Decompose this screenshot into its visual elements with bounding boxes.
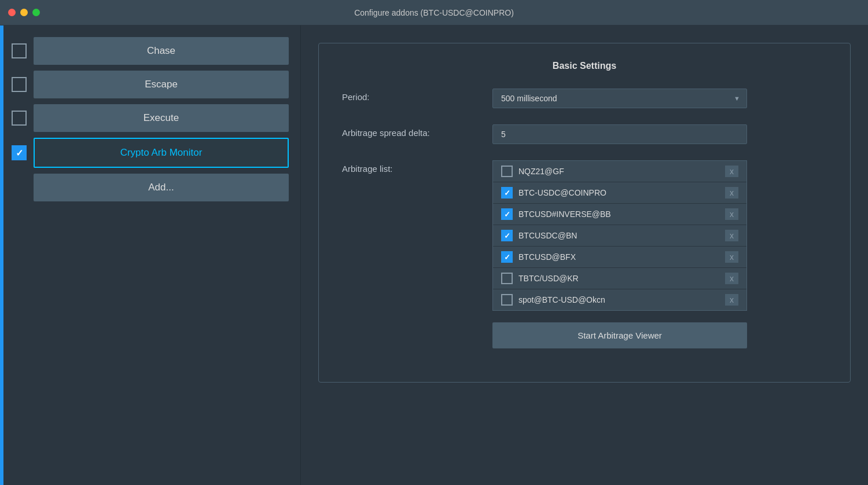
sidebar-item-execute: Execute	[12, 104, 289, 132]
crypto-arb-monitor-checkbox[interactable]	[12, 145, 27, 160]
list-item: BTCUSD@BFX x	[493, 247, 746, 268]
sidebar-item-add: Add...	[12, 174, 289, 201]
arb-spot-okcn-remove[interactable]: x	[725, 294, 738, 306]
arb-tbtc-kr-name: TBTC/USD@KR	[518, 274, 719, 283]
sidebar-item-chase: Chase	[12, 37, 289, 65]
arb-list-label: Arbitrage list:	[342, 160, 481, 174]
arb-list-container: NQZ21@GF x BTC-USDC@COINPRO x	[492, 160, 747, 348]
close-button[interactable]	[8, 9, 16, 16]
maximize-button[interactable]	[32, 9, 40, 16]
arb-tbtc-kr-remove[interactable]: x	[725, 273, 738, 284]
list-item: BTCUSD#INVERSE@BB x	[493, 204, 746, 225]
chase-button[interactable]: Chase	[34, 37, 289, 65]
arb-btcusdc-coinpro-name: BTC-USDC@COINPRO	[518, 188, 719, 197]
arb-btcusdc-coinpro-remove[interactable]: x	[725, 187, 738, 199]
arb-spot-okcn-name: spot@BTC-USD@Okcn	[518, 295, 719, 304]
start-arbitrage-button[interactable]: Start Arbitrage Viewer	[492, 322, 747, 348]
execute-checkbox[interactable]	[12, 111, 27, 126]
list-item: spot@BTC-USD@Okcn x	[493, 289, 746, 310]
period-label: Period:	[342, 89, 481, 102]
list-item: TBTC/USD@KR x	[493, 268, 746, 289]
left-accent-bar	[0, 25, 3, 485]
arb-btcusd-bfx-remove[interactable]: x	[725, 251, 738, 263]
titlebar: Configure addons (BTC-USDC@COINPRO)	[0, 0, 868, 25]
period-select-wrapper: 100 millisecond 200 millisecond 500 mill…	[492, 89, 747, 108]
list-item: BTC-USDC@COINPRO x	[493, 182, 746, 204]
arb-btcusd-bfx-name: BTCUSD@BFX	[518, 252, 719, 262]
arb-btcusdc-coinpro-checkbox[interactable]	[501, 187, 513, 199]
arb-nqz21-checkbox[interactable]	[501, 166, 513, 177]
arb-list-control: NQZ21@GF x BTC-USDC@COINPRO x	[492, 160, 827, 348]
arb-list-row: Arbitrage list: NQZ21@GF x	[342, 160, 827, 348]
spread-label: Arbitrage spread delta:	[342, 124, 481, 138]
minimize-button[interactable]	[20, 9, 28, 16]
spread-row: Arbitrage spread delta:	[342, 124, 827, 144]
execute-button[interactable]: Execute	[34, 104, 289, 132]
chase-checkbox[interactable]	[12, 43, 27, 58]
sidebar-item-crypto-arb-monitor: Crypto Arb Monitor	[12, 138, 289, 168]
period-row: Period: 100 millisecond 200 millisecond …	[342, 89, 827, 108]
arb-list-items: NQZ21@GF x BTC-USDC@COINPRO x	[492, 160, 747, 311]
arb-btcusd-inverse-checkbox[interactable]	[501, 208, 513, 220]
period-select[interactable]: 100 millisecond 200 millisecond 500 mill…	[492, 89, 747, 108]
arb-btcusdc-bn-remove[interactable]: x	[725, 230, 738, 241]
content-panel: Basic Settings Period: 100 millisecond 2…	[301, 25, 868, 485]
settings-panel: Basic Settings Period: 100 millisecond 2…	[318, 43, 851, 383]
crypto-arb-monitor-button[interactable]: Crypto Arb Monitor	[34, 138, 289, 168]
arb-btcusd-inverse-remove[interactable]: x	[725, 208, 738, 220]
arb-spot-okcn-checkbox[interactable]	[501, 294, 513, 306]
arb-tbtc-kr-checkbox[interactable]	[501, 273, 513, 284]
arb-btcusdc-bn-checkbox[interactable]	[501, 230, 513, 241]
add-button[interactable]: Add...	[34, 174, 289, 201]
window-title: Configure addons (BTC-USDC@COINPRO)	[354, 8, 514, 17]
spread-input[interactable]	[492, 124, 747, 144]
main-container: Chase Escape Execute Crypto Arb Monitor …	[0, 25, 868, 485]
sidebar: Chase Escape Execute Crypto Arb Monitor …	[0, 25, 301, 485]
arb-btcusd-inverse-name: BTCUSD#INVERSE@BB	[518, 210, 719, 219]
arb-nqz21-name: NQZ21@GF	[518, 167, 719, 176]
sidebar-item-escape: Escape	[12, 71, 289, 98]
list-item: NQZ21@GF x	[493, 161, 746, 182]
period-control: 100 millisecond 200 millisecond 500 mill…	[492, 89, 827, 108]
arb-nqz21-remove[interactable]: x	[725, 166, 738, 177]
traffic-lights	[8, 9, 40, 16]
spread-control	[492, 124, 827, 144]
escape-checkbox[interactable]	[12, 77, 27, 92]
arb-btcusdc-bn-name: BTCUSDC@BN	[518, 231, 719, 240]
arb-btcusd-bfx-checkbox[interactable]	[501, 251, 513, 263]
list-item: BTCUSDC@BN x	[493, 225, 746, 247]
panel-title: Basic Settings	[342, 61, 827, 71]
escape-button[interactable]: Escape	[34, 71, 289, 98]
